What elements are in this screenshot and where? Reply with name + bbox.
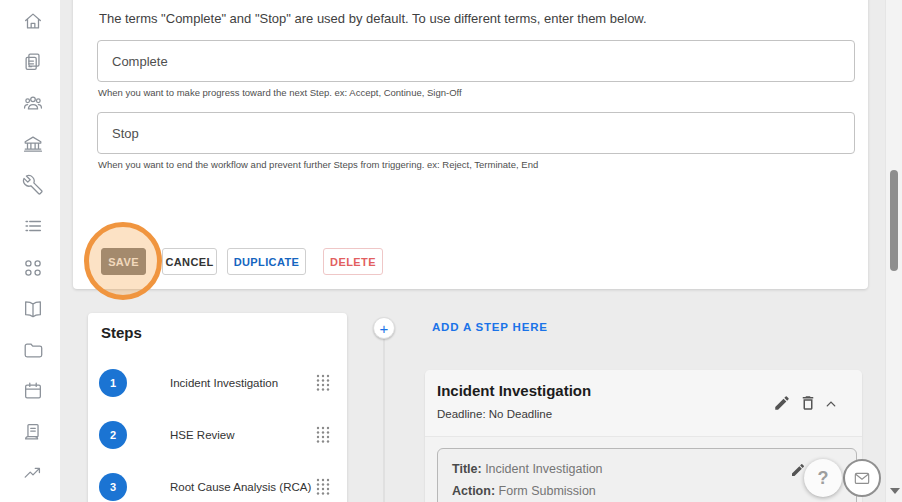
app-window: The terms "Complete" and "Stop" are used… — [0, 0, 902, 502]
trash-icon — [799, 394, 817, 412]
scrollbar-track[interactable] — [885, 0, 902, 502]
step-action-title-line: Title: Incident Investigation — [452, 462, 603, 476]
save-button[interactable]: SAVE — [101, 248, 146, 275]
step-list-item-1[interactable]: 1 Incident Investigation — [88, 365, 347, 401]
sidebar-item-organization[interactable] — [22, 133, 44, 155]
trending-up-icon — [22, 462, 44, 484]
pencil-icon — [773, 394, 791, 412]
sidebar-item-library[interactable] — [22, 298, 44, 320]
step-number-badge: 2 — [99, 421, 127, 449]
duplicate-button[interactable]: DUPLICATE — [227, 248, 306, 275]
scroll-down-caret[interactable] — [890, 488, 900, 494]
sidebar-item-files[interactable] — [22, 339, 44, 361]
sidebar-item-reports[interactable] — [22, 421, 44, 443]
scrollbar-thumb[interactable] — [890, 170, 898, 271]
sidebar-item-analytics[interactable] — [22, 462, 44, 484]
title-label: Title: — [452, 462, 482, 476]
workflow-connector-line — [383, 339, 385, 502]
step-detail-card: Incident Investigation Deadline: No Dead… — [425, 370, 862, 502]
complete-term-input[interactable] — [97, 40, 855, 82]
sidebar-item-tools[interactable] — [22, 174, 44, 196]
drag-handle-icon[interactable] — [315, 477, 331, 497]
step-action-card: Title: Incident Investigation Action: Fo… — [437, 448, 857, 502]
cancel-button[interactable]: CANCEL — [162, 248, 217, 275]
step-number-badge: 1 — [99, 369, 127, 397]
people-icon — [22, 92, 44, 114]
help-button[interactable]: ? — [804, 459, 842, 497]
pages-icon — [22, 51, 44, 73]
step-detail-title: Incident Investigation — [437, 382, 591, 399]
step-label: Root Cause Analysis (RCA) — [170, 481, 311, 493]
step-deadline-text: Deadline: No Deadline — [437, 408, 552, 420]
sidebar-item-forms[interactable] — [22, 51, 44, 73]
book-icon — [22, 298, 44, 320]
drag-handle-icon[interactable] — [315, 373, 331, 393]
edit-step-button[interactable] — [773, 394, 791, 412]
wrench-icon — [22, 174, 44, 196]
steps-panel: Steps 1 Incident Investigation 2 HSE Rev… — [88, 313, 347, 502]
step-label: Incident Investigation — [170, 377, 278, 389]
complete-term-helper: When you want to make progress toward th… — [98, 87, 462, 98]
contact-button[interactable] — [843, 459, 881, 497]
delete-step-button[interactable] — [799, 394, 817, 412]
terms-description: The terms "Complete" and "Stop" are used… — [99, 11, 647, 26]
step-number-badge: 3 — [99, 473, 127, 501]
collapse-step-button[interactable] — [822, 395, 840, 413]
list-icon — [22, 215, 44, 237]
step-detail-header: Incident Investigation Deadline: No Dead… — [425, 370, 862, 437]
bank-icon — [22, 133, 44, 155]
steps-panel-title: Steps — [101, 324, 142, 341]
sidebar-item-apps[interactable] — [22, 257, 44, 279]
folder-icon — [22, 339, 44, 361]
apps-grid-icon — [22, 257, 44, 279]
step-action-type-line: Action: Form Submission — [452, 484, 596, 498]
chevron-up-icon — [822, 395, 840, 413]
receipt-icon — [22, 421, 44, 443]
step-label: HSE Review — [170, 429, 235, 441]
envelope-icon — [852, 468, 872, 488]
sidebar-item-calendar[interactable] — [22, 380, 44, 402]
action-value: Form Submission — [499, 484, 596, 498]
add-step-link[interactable]: ADD A STEP HERE — [432, 321, 548, 333]
sidebar-item-people[interactable] — [22, 92, 44, 114]
stop-term-helper: When you want to end the workflow and pr… — [98, 159, 538, 170]
step-list-item-3[interactable]: 3 Root Cause Analysis (RCA) — [88, 469, 347, 502]
drag-handle-icon[interactable] — [315, 425, 331, 445]
stop-term-input[interactable] — [97, 112, 855, 154]
sidebar-item-tasks[interactable] — [22, 215, 44, 237]
terms-settings-card: The terms "Complete" and "Stop" are used… — [73, 0, 868, 289]
delete-button[interactable]: DELETE — [323, 248, 383, 275]
sidebar-item-home[interactable] — [22, 10, 44, 32]
title-value: Incident Investigation — [485, 462, 602, 476]
sidebar — [0, 0, 60, 502]
calendar-icon — [22, 380, 44, 402]
step-list-item-2[interactable]: 2 HSE Review — [88, 417, 347, 453]
home-icon — [22, 10, 44, 32]
add-step-plus-button[interactable]: + — [373, 317, 395, 339]
action-label: Action: — [452, 484, 495, 498]
